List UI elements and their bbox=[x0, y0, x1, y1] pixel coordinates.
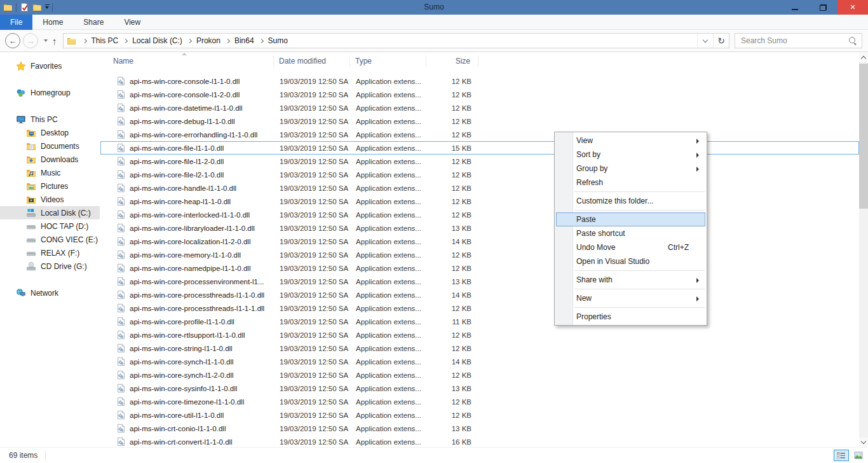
file-row[interactable]: api-ms-win-core-handle-l1-1-0.dll 19/03/… bbox=[100, 181, 859, 195]
address-bar[interactable]: This PC Local Disk (C:) Prokon Bin64 Sum… bbox=[63, 33, 730, 48]
file-row[interactable]: api-ms-win-crt-conio-l1-1-0.dll 19/03/20… bbox=[100, 422, 859, 435]
sidebar-item[interactable]: Network bbox=[0, 286, 100, 300]
sidebar-item[interactable]: Downloads bbox=[0, 153, 100, 166]
refresh-button[interactable]: ↻ bbox=[713, 34, 729, 48]
file-row[interactable]: api-ms-win-core-file-l2-1-0.dll 19/03/20… bbox=[100, 168, 859, 181]
search-input[interactable] bbox=[735, 36, 848, 45]
sidebar-item[interactable]: Local Disk (C:) bbox=[0, 206, 100, 219]
file-row[interactable]: api-ms-win-core-heap-l1-1-0.dll 19/03/20… bbox=[100, 195, 859, 208]
breadcrumb-item[interactable]: Prokon bbox=[182, 34, 220, 48]
context-menu-item[interactable]: Sort by bbox=[556, 148, 705, 162]
sidebar-item[interactable]: Videos bbox=[0, 193, 100, 206]
column-header-type[interactable]: Type bbox=[350, 55, 426, 67]
file-row[interactable]: api-ms-win-core-synch-l1-1-0.dll 19/03/2… bbox=[100, 355, 859, 368]
sidebar-item[interactable]: Homegroup bbox=[0, 86, 100, 99]
details-view-button[interactable] bbox=[834, 450, 849, 461]
file-row[interactable]: api-ms-win-core-profile-l1-1-0.dll 19/03… bbox=[100, 315, 859, 328]
back-button[interactable]: ← bbox=[5, 33, 20, 48]
restore-button[interactable] bbox=[809, 0, 837, 15]
file-row[interactable]: api-ms-win-core-libraryloader-l1-1-0.dll… bbox=[100, 221, 859, 235]
file-row[interactable]: api-ms-win-core-string-l1-1-0.dll 19/03/… bbox=[100, 342, 859, 355]
file-row[interactable]: api-ms-win-core-processthreads-l1-1-1.dl… bbox=[100, 301, 859, 315]
breadcrumb-chevron-icon[interactable] bbox=[123, 38, 128, 43]
context-menu-item[interactable]: Properties bbox=[556, 310, 705, 324]
forward-button[interactable]: → bbox=[23, 33, 38, 48]
sidebar-item[interactable]: RELAX (F:) bbox=[0, 246, 100, 259]
file-row[interactable]: api-ms-win-core-debug-l1-1-0.dll 19/03/2… bbox=[100, 114, 859, 128]
breadcrumb-chevron-icon[interactable] bbox=[226, 38, 230, 43]
file-row[interactable]: api-ms-win-core-interlocked-l1-1-0.dll 1… bbox=[100, 208, 859, 221]
sidebar-item[interactable]: This PC bbox=[0, 113, 100, 126]
file-row[interactable]: api-ms-win-core-file-l1-2-0.dll 19/03/20… bbox=[100, 155, 859, 168]
context-menu-item[interactable]: Paste bbox=[556, 212, 705, 226]
sidebar-item[interactable]: CONG VIEC (E:) bbox=[0, 233, 100, 246]
breadcrumb-chevron-icon[interactable] bbox=[82, 38, 86, 43]
ribbon-tab[interactable]: Home bbox=[32, 15, 73, 30]
file-row[interactable]: api-ms-win-core-synch-l1-2-0.dll 19/03/2… bbox=[100, 368, 859, 382]
file-row[interactable]: api-ms-win-core-console-l1-2-0.dll 19/03… bbox=[100, 88, 859, 101]
context-menu-item[interactable]: Refresh bbox=[556, 176, 705, 190]
file-row[interactable]: api-ms-win-core-namedpipe-l1-1-0.dll 19/… bbox=[100, 261, 859, 275]
sidebar-item[interactable]: Music bbox=[0, 166, 100, 179]
sidebar-item[interactable]: Desktop bbox=[0, 126, 100, 139]
window-controls: × bbox=[780, 0, 868, 15]
breadcrumb-item[interactable]: This PC bbox=[78, 34, 119, 48]
sidebar-item[interactable]: Favorites bbox=[0, 59, 100, 73]
file-row[interactable]: api-ms-win-core-memory-l1-1-0.dll 19/03/… bbox=[100, 248, 859, 261]
scrollbar-up-button[interactable] bbox=[859, 53, 868, 62]
context-menu-item[interactable]: View bbox=[556, 134, 705, 148]
breadcrumb-chevron-icon[interactable] bbox=[259, 38, 264, 43]
qat-dropdown-icon[interactable] bbox=[45, 6, 49, 9]
up-button[interactable]: ↑ bbox=[52, 36, 57, 46]
vertical-scrollbar[interactable] bbox=[859, 53, 868, 447]
context-menu-item[interactable]: Undo Move Ctrl+Z bbox=[556, 240, 705, 254]
recent-locations-icon[interactable] bbox=[44, 39, 48, 42]
file-row[interactable]: api-ms-win-core-timezone-l1-1-0.dll 19/0… bbox=[100, 395, 859, 408]
file-name-cell: api-ms-win-core-sysinfo-l1-1-0.dll bbox=[101, 384, 275, 393]
sidebar-item[interactable]: HOC TAP (D:) bbox=[0, 219, 100, 233]
breadcrumb-item[interactable]: Bin64 bbox=[220, 34, 254, 48]
search-icon[interactable] bbox=[848, 36, 857, 45]
file-name: api-ms-win-core-rtlsupport-l1-1-0.dll bbox=[130, 331, 245, 339]
column-header-size[interactable]: Size bbox=[426, 55, 478, 67]
breadcrumb-item[interactable]: Sumo bbox=[254, 34, 288, 48]
file-row[interactable]: api-ms-win-core-sysinfo-l1-1-0.dll 19/03… bbox=[100, 382, 859, 395]
context-menu-item[interactable]: Paste shortcut bbox=[556, 226, 705, 240]
scrollbar-down-button[interactable] bbox=[859, 438, 868, 447]
sidebar-item[interactable]: Documents bbox=[0, 139, 100, 153]
minimize-button[interactable] bbox=[780, 0, 809, 15]
file-row[interactable]: api-ms-win-core-processenvironment-l1...… bbox=[100, 275, 859, 288]
column-header-date-modified[interactable]: Date modified bbox=[274, 55, 350, 67]
file-row[interactable]: api-ms-win-core-errorhandling-l1-1-0.dll… bbox=[100, 128, 859, 141]
file-row[interactable]: api-ms-win-core-file-l1-1-0.dll 19/03/20… bbox=[100, 141, 859, 155]
context-menu-item[interactable]: Open in Visual Studio bbox=[556, 254, 705, 268]
file-row[interactable]: api-ms-win-core-rtlsupport-l1-1-0.dll 19… bbox=[100, 328, 859, 342]
context-menu-item[interactable]: New bbox=[556, 291, 705, 305]
breadcrumb-item[interactable]: Local Disk (C:) bbox=[118, 34, 182, 48]
file-row[interactable]: api-ms-win-core-console-l1-1-0.dll 19/03… bbox=[100, 74, 859, 88]
sidebar-item[interactable]: Pictures bbox=[0, 179, 100, 193]
context-menu-item[interactable]: Customize this folder... bbox=[556, 194, 705, 208]
view-switcher bbox=[834, 450, 866, 461]
close-button[interactable]: × bbox=[837, 0, 868, 15]
file-row[interactable]: api-ms-win-crt-convert-l1-1-0.dll 19/03/… bbox=[100, 435, 859, 448]
ribbon-tab[interactable]: View bbox=[114, 15, 151, 30]
file-type: Application extens... bbox=[351, 265, 427, 272]
breadcrumb-chevron-icon[interactable] bbox=[187, 38, 192, 43]
file-row[interactable]: api-ms-win-core-util-l1-1-0.dll 19/03/20… bbox=[100, 408, 859, 422]
ribbon-tab[interactable]: File bbox=[0, 15, 32, 30]
context-menu-item[interactable]: Share with bbox=[556, 273, 705, 287]
address-dropdown-button[interactable] bbox=[697, 34, 713, 48]
file-row[interactable]: api-ms-win-core-processthreads-l1-1-0.dl… bbox=[100, 288, 859, 301]
file-type: Application extens... bbox=[351, 91, 427, 99]
icons-view-button[interactable] bbox=[851, 450, 866, 461]
ribbon-tab[interactable]: Share bbox=[73, 15, 114, 30]
file-row[interactable]: api-ms-win-core-localization-l1-2-0.dll … bbox=[100, 235, 859, 248]
column-header-name[interactable]: Name bbox=[100, 55, 274, 67]
context-menu-item[interactable]: Group by bbox=[556, 162, 705, 176]
scrollbar-thumb[interactable] bbox=[859, 64, 868, 209]
sidebar-item[interactable]: CD Drive (G:) bbox=[0, 259, 100, 273]
new-folder-icon[interactable] bbox=[32, 3, 42, 12]
file-row[interactable]: api-ms-win-core-datetime-l1-1-0.dll 19/0… bbox=[100, 101, 859, 114]
properties-check-icon[interactable] bbox=[20, 3, 29, 12]
